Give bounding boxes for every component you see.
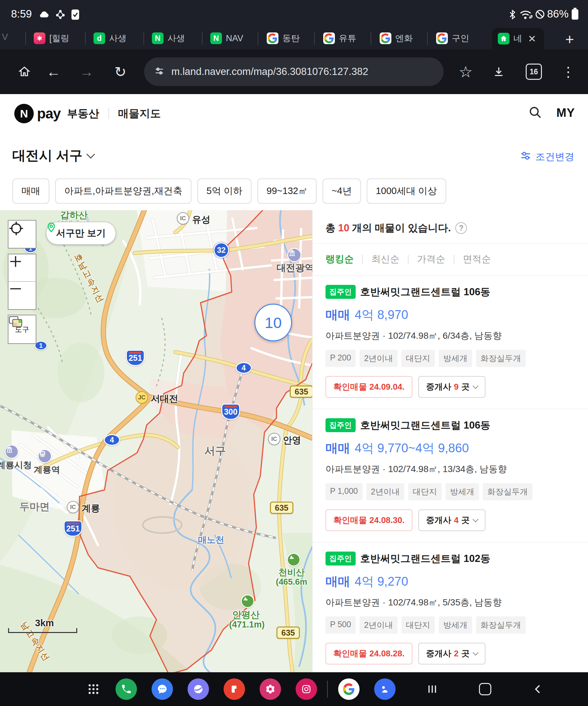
camera-app-icon[interactable] (296, 678, 317, 700)
filter-change-button[interactable]: 조건변경 (520, 150, 574, 164)
menu-kebab-icon[interactable]: ⋮ (554, 49, 583, 94)
tag: 대단지 (408, 483, 442, 500)
app-notification-molecule-icon (55, 9, 66, 21)
listing-price: 매매4억 9,770~4억 9,860 (325, 440, 575, 457)
naver-pay-logo[interactable]: N pay 부동산 매물지도 (14, 104, 161, 123)
browser-tab-strip: V ✱ [힐링 d 사생 N 사생 N NAV 동탄 유튜 엔화 (0, 27, 588, 49)
tab-naver-land-active[interactable]: 네 ✕ (492, 28, 544, 49)
sort-price[interactable]: 가격순 (417, 253, 445, 266)
home-icon[interactable] (10, 49, 39, 94)
listing-card[interactable]: 집주인 호반써밋그랜드센트럴 102동 매매4억 9,270 아파트분양권 · … (313, 542, 588, 672)
forward-icon[interactable]: → (72, 49, 101, 94)
filter-chip-area[interactable]: 99~132㎡ (257, 179, 317, 204)
bookmark-star-icon[interactable]: ☆ (451, 49, 480, 94)
map-label-duma-myeon: 두마면 (19, 500, 50, 514)
map-label-anyeong: 안영 (283, 434, 301, 446)
tab-favicon: N (210, 33, 222, 44)
listing-detail: 아파트분양권 · 102/74.98㎡, 6/34층, 남동향 (325, 330, 575, 342)
sort-area[interactable]: 면적순 (463, 253, 491, 266)
chevron-down-icon (472, 516, 478, 522)
new-tab-button[interactable]: + (565, 31, 574, 48)
view-district-only-button[interactable]: 서구만 보기 (46, 222, 116, 245)
tab-guin[interactable]: 구인 (436, 29, 478, 47)
region-selector[interactable]: 대전시 서구 (12, 147, 94, 164)
agents-dropdown-button[interactable]: 중개사 2곳 (418, 643, 485, 664)
battery-percent: 86% (547, 8, 569, 20)
sort-newest[interactable]: 최신순 (371, 253, 399, 266)
map-label-maeno-stream: 매노천 (198, 534, 224, 546)
ic-badge-anyeong: IC (268, 433, 280, 445)
download-icon[interactable] (484, 49, 513, 94)
tab-enhwa[interactable]: 엔화 (380, 29, 422, 47)
verified-listing-button[interactable]: 확인매물 24.08.30. (325, 509, 413, 531)
app-drawer-icon[interactable] (80, 672, 107, 706)
tab-naver[interactable]: N NAV (210, 29, 252, 47)
mountain-icon-anpyeong (241, 594, 254, 608)
back-button[interactable] (525, 672, 551, 706)
help-icon[interactable]: ? (455, 222, 467, 234)
tab-favicon-google (323, 33, 335, 44)
google-app-icon[interactable] (338, 678, 359, 700)
red-app-icon[interactable] (224, 678, 245, 700)
samsung-internet-app-icon[interactable] (188, 678, 209, 700)
recents-button[interactable] (419, 672, 445, 706)
map-canvas[interactable]: 갑하산 (468.7m) IC 유성 32 대전광역시 호남고속지선 251 J… (0, 210, 312, 672)
my-menu[interactable]: MY (556, 106, 575, 120)
listings-count: 10 (338, 222, 349, 234)
verified-listing-button[interactable]: 확인매물 24.08.28. (325, 643, 413, 664)
filter-chip-property-type[interactable]: 아파트,아파트분양권,재건축 (55, 179, 191, 204)
agents-dropdown-button[interactable]: 중개사 4곳 (418, 509, 485, 531)
listing-card[interactable]: 집주인 호반써밋그랜드센트럴 106동 매매4억 9,770~4억 9,860 … (313, 409, 588, 542)
tab-youtube[interactable]: 유튜 (323, 29, 365, 47)
listing-tags: P 200 2년이내 대단지 방세개 화장실두개 (325, 350, 575, 367)
tag: 2년이내 (366, 483, 404, 500)
browser-toolbar: ← → ↻ m.land.naver.com/map/36.3081076:12… (0, 49, 588, 94)
naver-blue-app-icon[interactable] (374, 678, 396, 700)
tab-favicon-home (498, 33, 509, 44)
reload-icon[interactable]: ↻ (106, 49, 135, 94)
zoom-out-button[interactable] (8, 282, 36, 310)
agents-dropdown-button[interactable]: 중개사 9곳 (418, 376, 485, 398)
site-settings-icon[interactable] (154, 66, 165, 78)
sort-ranking[interactable]: 랭킹순 (325, 253, 354, 266)
city-hall-icon-daejeon (287, 248, 302, 262)
filter-chip-households[interactable]: 1000세대 이상 (367, 179, 446, 204)
region-bar: 대전시 서구 조건변경 (0, 135, 588, 172)
route-shield-251: 251 (126, 350, 145, 366)
url-bar[interactable]: m.land.naver.com/map/36.3081076:127.382 (144, 57, 443, 86)
close-tab-icon[interactable]: ✕ (528, 33, 536, 44)
listing-title[interactable]: 호반써밋그랜드센트럴 106동 (360, 285, 490, 299)
map-label-seogu-district: 서구 (204, 444, 226, 459)
zoom-in-button[interactable] (8, 254, 36, 282)
map-base (0, 210, 312, 672)
tab-fragment: V (2, 32, 8, 42)
owner-badge: 집주인 (325, 552, 356, 565)
tab-sasaeng-1[interactable]: d 사생 (93, 29, 139, 47)
back-icon[interactable]: ← (39, 49, 68, 94)
listing-card[interactable]: 집주인 호반써밋그랜드센트럴 106동 매매4억 8,970 아파트분양권 · … (313, 275, 588, 409)
filter-chip-price[interactable]: 5억 이하 (197, 179, 251, 204)
no-signal-icon (535, 9, 545, 21)
tab-sasaeng-2[interactable]: N 사생 (152, 29, 197, 47)
flower-app-icon[interactable] (260, 678, 281, 700)
filter-chip-trade-type[interactable]: 매매 (12, 179, 49, 204)
listing-cluster-marker[interactable]: 10 (254, 304, 292, 341)
home-button[interactable] (472, 672, 498, 706)
tab-healing[interactable]: ✱ [힐링 (34, 29, 82, 47)
phone-app-icon[interactable] (116, 678, 137, 700)
current-location-button[interactable] (8, 220, 36, 248)
page-title: 매물지도 (118, 107, 161, 121)
owner-badge: 집주인 (325, 418, 356, 432)
verified-listing-button[interactable]: 확인매물 24.09.04. (325, 376, 413, 398)
messages-app-icon[interactable] (152, 678, 173, 700)
listing-title[interactable]: 호반써밋그랜드센트럴 102동 (360, 552, 490, 565)
filter-chip-age[interactable]: ~4년 (322, 179, 361, 204)
brand-section[interactable]: 부동산 (67, 107, 99, 121)
route-badge-635: 635 (270, 502, 293, 514)
tab-switcher[interactable]: 16 (519, 49, 548, 94)
tab-dongtan[interactable]: 동탄 (267, 29, 309, 47)
map-tools-button[interactable]: 도구 (8, 315, 36, 344)
search-icon[interactable] (528, 105, 542, 121)
map-label-anpyeong-san: 안평산 (232, 609, 260, 621)
listing-title[interactable]: 호반써밋그랜드센트럴 106동 (360, 419, 490, 432)
